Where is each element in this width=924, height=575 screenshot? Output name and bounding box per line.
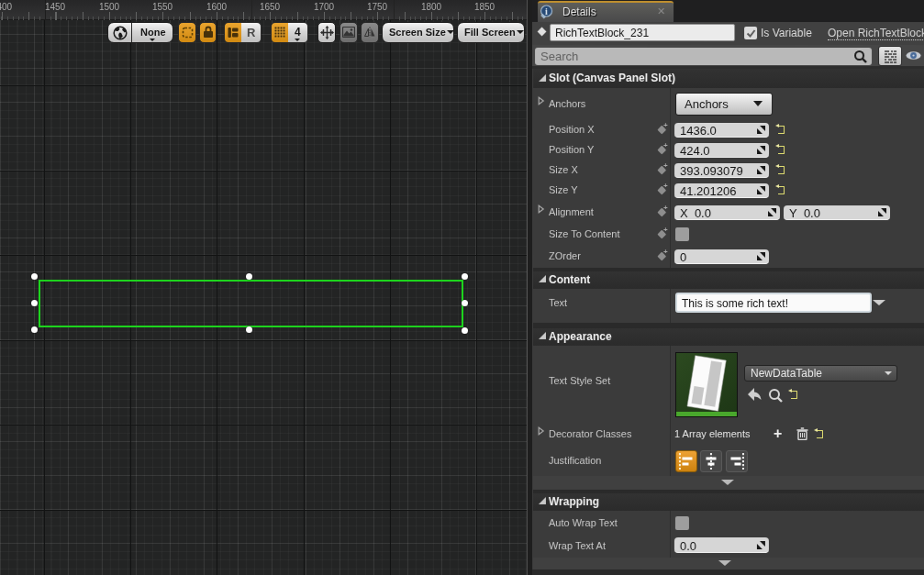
- svg-text:i: i: [545, 6, 548, 16]
